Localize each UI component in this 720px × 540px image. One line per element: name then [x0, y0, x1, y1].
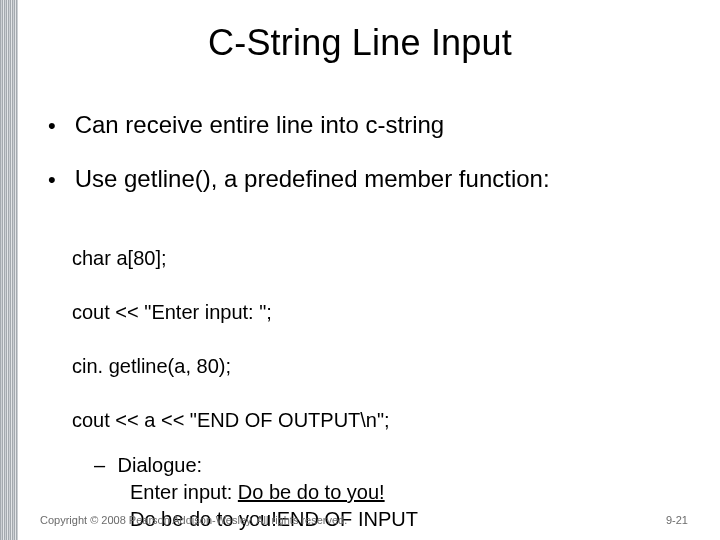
slide-footer: Copyright © 2008 Pearson Addison-Wesley.… — [40, 514, 688, 526]
code-line: cin. getline(a, 80); — [72, 355, 231, 377]
copyright-text: Copyright © 2008 Pearson Addison-Wesley.… — [40, 514, 347, 526]
code-line: cout << a << "END OF OUTPUT\n"; — [72, 409, 390, 431]
code-block: char a[80]; cout << "Enter input: "; cin… — [72, 218, 680, 434]
dialogue-line: Enter input: Do be do to you! — [130, 479, 680, 506]
page-number: 9-21 — [666, 514, 688, 526]
bullet-text: Use getline(), a predefined member funct… — [75, 165, 550, 192]
slide: C-String Line Input Can receive entire l… — [0, 0, 720, 540]
code-line: cout << "Enter input: "; — [72, 301, 272, 323]
slide-title: C-String Line Input — [0, 22, 720, 64]
dialogue-prompt: Enter input: — [130, 481, 238, 503]
decorative-left-strip — [0, 0, 18, 540]
bullet-level1: Can receive entire line into c-string — [48, 110, 680, 140]
code-line: char a[80]; — [72, 247, 167, 269]
bullet-level1: Use getline(), a predefined member funct… — [48, 164, 680, 194]
dialogue-label: Dialogue: — [118, 454, 203, 476]
slide-body: Can receive entire line into c-string Us… — [48, 110, 680, 533]
bullet-text: Can receive entire line into c-string — [75, 111, 445, 138]
dialogue-user-input: Do be do to you! — [238, 481, 385, 503]
